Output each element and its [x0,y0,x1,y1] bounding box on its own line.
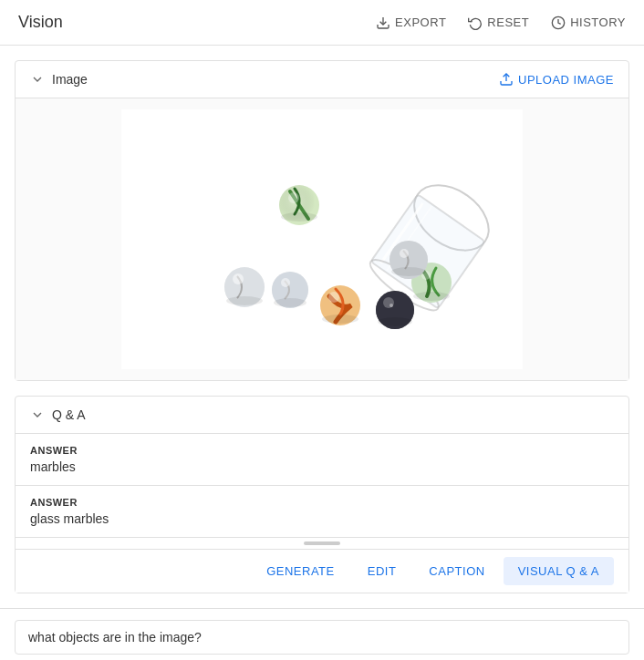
scrollbar-hint [16,538,628,549]
history-icon [551,15,566,30]
svg-point-29 [400,249,409,258]
export-button[interactable]: EXPORT [376,15,446,30]
image-section: Image UPLOAD IMAGE [15,60,629,381]
upload-icon [499,72,514,87]
answer-label-1: ANSWER [30,445,614,456]
svg-point-34 [413,292,450,301]
answer-block-2: ANSWER glass marbles [16,486,628,538]
bottom-tabs: GENERATE EDIT CAPTION VISUAL Q & A [16,549,628,593]
svg-point-18 [281,278,290,287]
qa-section-title: Q & A [52,407,86,422]
svg-point-33 [378,317,412,326]
svg-point-12 [288,192,299,203]
image-section-header: Image UPLOAD IMAGE [16,61,628,98]
image-display-area [16,98,628,380]
qa-header-left: Q & A [30,407,86,422]
chevron-down-icon [30,72,45,87]
app-title: Vision [18,13,63,32]
svg-point-31 [226,296,263,305]
qa-section-header: Q & A [16,397,628,434]
svg-point-15 [233,273,244,284]
image-section-title: Image [52,72,88,87]
export-icon [376,15,390,30]
marbles-image [121,109,523,369]
header-actions: EXPORT RESET HISTORY [376,15,626,30]
answer-block-1: ANSWER marbles [16,434,628,486]
search-input[interactable] [15,620,629,655]
caption-tab[interactable]: CAPTION [414,557,499,585]
visual-qa-tab[interactable]: VISUAL Q & A [504,557,614,585]
history-button[interactable]: HISTORY [551,15,626,30]
generate-tab[interactable]: GENERATE [252,557,349,585]
edit-tab[interactable]: EDIT [353,557,411,585]
svg-point-36 [391,267,426,276]
qa-collapse-button[interactable] [30,407,45,422]
svg-point-20 [328,292,339,303]
svg-point-30 [281,212,317,222]
svg-point-32 [322,315,358,324]
upload-image-button[interactable]: UPLOAD IMAGE [499,72,614,87]
chevron-down-icon [30,407,45,422]
qa-section: Q & A ANSWER marbles ANSWER glass marble… [15,396,629,593]
search-bar [0,608,644,660]
svg-point-35 [274,298,306,307]
svg-point-24 [390,304,393,307]
answer-label-2: ANSWER [30,497,614,508]
section-header-left: Image [30,72,88,87]
app-header: Vision EXPORT RESET HISTORY [0,0,644,46]
reset-icon [468,15,483,30]
answer-text-1: marbles [30,459,614,474]
image-collapse-button[interactable] [30,72,45,87]
answer-text-2: glass marbles [30,511,614,526]
reset-button[interactable]: RESET [468,15,529,30]
scrollbar-bar [304,541,340,545]
